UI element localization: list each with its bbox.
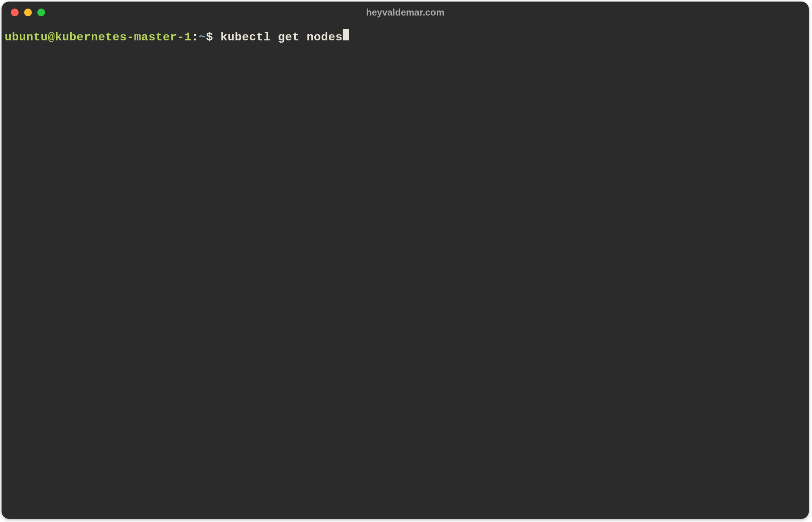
prompt-line: ubuntu@kubernetes-master-1:~$ kubectl ge…: [5, 29, 806, 45]
cursor: [343, 29, 349, 40]
terminal-body[interactable]: ubuntu@kubernetes-master-1:~$ kubectl ge…: [2, 23, 809, 519]
prompt-symbol: $: [206, 30, 213, 45]
maximize-button[interactable]: [37, 9, 45, 16]
titlebar: heyvaldemar.com: [2, 2, 809, 23]
minimize-button[interactable]: [24, 9, 32, 16]
prompt-path: ~: [199, 30, 206, 45]
close-button[interactable]: [11, 9, 19, 16]
traffic-lights: [11, 9, 45, 16]
window-title: heyvaldemar.com: [366, 7, 444, 18]
prompt-separator: :: [192, 30, 199, 45]
prompt-user-host: ubuntu@kubernetes-master-1: [5, 30, 192, 45]
terminal-window: heyvaldemar.com ubuntu@kubernetes-master…: [2, 2, 809, 519]
command-input[interactable]: kubectl get nodes: [213, 30, 343, 45]
